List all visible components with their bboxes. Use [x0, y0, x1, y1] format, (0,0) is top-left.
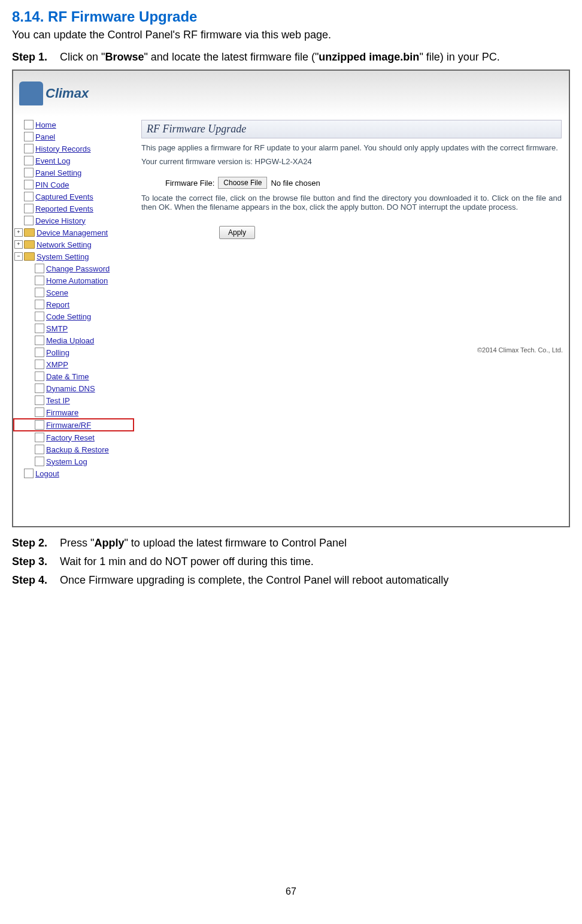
section-title: 8.14. RF Firmware Upgrade	[12, 8, 570, 25]
nav-label: History Records	[35, 144, 90, 153]
step-1: Step 1. Click on "Browse" and locate the…	[12, 51, 570, 64]
main-panel: RF Firmware Upgrade This page applies a …	[134, 116, 569, 482]
nav-event-log[interactable]: Event Log	[14, 155, 134, 167]
nav-label: Backup & Restore	[46, 445, 109, 454]
content-area: Home Panel History Records Event Log Pan…	[13, 116, 569, 482]
nav-panel[interactable]: Panel	[14, 131, 134, 143]
nav-label: Event Log	[35, 156, 71, 165]
nav-firmware[interactable]: Firmware	[14, 406, 134, 418]
step-text: Wait for 1 min and do NOT power off duri…	[60, 555, 570, 568]
nav-label: Device Management	[37, 228, 108, 237]
nav-device-history[interactable]: Device History	[14, 215, 134, 227]
logo-icon	[19, 81, 43, 105]
step-label: Step 4.	[12, 574, 60, 587]
nav-report[interactable]: Report	[14, 298, 134, 310]
nav-panel-setting[interactable]: Panel Setting	[14, 167, 134, 179]
text: " to upload the latest firmware to Contr…	[124, 537, 347, 549]
nav-label: Firmware	[46, 408, 78, 417]
nav-dynamic-dns[interactable]: Dynamic DNS	[14, 382, 134, 394]
expand-icon[interactable]: +	[14, 240, 23, 249]
logo-text: Climax	[46, 86, 89, 101]
nav-label: SMTP	[46, 324, 68, 333]
step-3: Step 3. Wait for 1 min and do NOT power …	[12, 555, 570, 568]
nav-label: Change Password	[46, 264, 110, 273]
folder-icon	[24, 252, 35, 261]
copyright: ©2014 Climax Tech. Co., Ltd.	[477, 346, 563, 354]
nav-factory-reset[interactable]: Factory Reset	[14, 431, 134, 443]
nav-smtp[interactable]: SMTP	[14, 322, 134, 334]
step-label: Step 3.	[12, 555, 60, 568]
nav-label: Dynamic DNS	[46, 384, 95, 393]
nav-label: Network Setting	[37, 240, 92, 249]
nav-change-password[interactable]: Change Password	[14, 262, 134, 274]
screenshot-container: Climax Home Panel History Records Event …	[12, 70, 570, 527]
apply-button[interactable]: Apply	[219, 226, 255, 239]
step-label: Step 1.	[12, 51, 60, 64]
nav-tree: Home Panel History Records Event Log Pan…	[13, 116, 134, 482]
step-2: Step 2. Press "Apply" to upload the late…	[12, 537, 570, 549]
nav-home[interactable]: Home	[14, 119, 134, 131]
browse-word: Browse	[105, 51, 144, 63]
nav-label: XMPP	[46, 360, 68, 369]
nav-label: Test IP	[46, 396, 70, 405]
expand-icon[interactable]: +	[14, 228, 23, 237]
logo-area: Climax	[13, 71, 569, 116]
nav-label: Reported Events	[35, 204, 93, 213]
step-text: Click on "Browse" and locate the latest …	[60, 51, 570, 64]
nav-label: Panel Setting	[35, 168, 81, 177]
step-label: Step 2.	[12, 537, 60, 549]
file-row: Firmware File: Choose File No file chose…	[165, 177, 562, 189]
nav-pin-code[interactable]: PIN Code	[14, 179, 134, 191]
nav-label: Panel	[35, 132, 55, 141]
nav-label: PIN Code	[35, 180, 69, 189]
nav-device-management[interactable]: +Device Management	[14, 227, 134, 238]
nav-code-setting[interactable]: Code Setting	[14, 310, 134, 322]
nav-label: Firmware/RF	[46, 421, 91, 430]
nav-label: Report	[46, 300, 69, 309]
nav-system-setting[interactable]: −System Setting	[14, 250, 134, 262]
intro-text: You can update the Control Panel's RF fi…	[12, 29, 570, 41]
collapse-icon[interactable]: −	[14, 252, 23, 261]
nav-system-log[interactable]: System Log	[14, 455, 134, 467]
description-2: To locate the correct file, click on the…	[141, 194, 562, 212]
step-text: Press "Apply" to upload the latest firmw…	[60, 537, 570, 549]
text: Press "	[60, 537, 94, 549]
nav-logout[interactable]: Logout	[14, 467, 134, 479]
nav-captured-events[interactable]: Captured Events	[14, 191, 134, 203]
nav-reported-events[interactable]: Reported Events	[14, 203, 134, 215]
nav-date-time[interactable]: Date & Time	[14, 370, 134, 382]
text: " and locate the latest firmware file ("	[144, 51, 319, 63]
no-file-text: No file chosen	[271, 179, 320, 188]
firmware-version: Your current firmware version is: HPGW-L…	[141, 157, 562, 166]
nav-test-ip[interactable]: Test IP	[14, 394, 134, 406]
step-4: Step 4. Once Firmware upgrading is compl…	[12, 574, 570, 587]
nav-label: Device History	[35, 216, 86, 225]
nav-backup-restore[interactable]: Backup & Restore	[14, 443, 134, 455]
text: Click on "	[60, 51, 105, 63]
nav-label: Home	[35, 120, 56, 129]
nav-history-records[interactable]: History Records	[14, 143, 134, 155]
page-title: RF Firmware Upgrade	[141, 120, 562, 138]
nav-scene[interactable]: Scene	[14, 286, 134, 298]
nav-label: Polling	[46, 348, 69, 357]
file-label: Firmware File:	[165, 179, 214, 188]
step-text: Once Firmware upgrading is complete, the…	[60, 574, 570, 587]
folder-icon	[24, 240, 35, 249]
choose-file-button[interactable]: Choose File	[218, 177, 267, 189]
nav-home-automation[interactable]: Home Automation	[14, 274, 134, 286]
filename-word: unzipped image.bin	[319, 51, 419, 63]
nav-label: Captured Events	[35, 192, 93, 201]
nav-media-upload[interactable]: Media Upload	[14, 334, 134, 346]
page-number: 67	[12, 886, 570, 897]
nav-xmpp[interactable]: XMPP	[14, 358, 134, 370]
nav-label: Home Automation	[46, 276, 108, 285]
nav-label: Factory Reset	[46, 433, 95, 442]
apply-word: Apply	[94, 537, 124, 549]
folder-icon	[24, 228, 35, 237]
nav-network-setting[interactable]: +Network Setting	[14, 238, 134, 250]
nav-label: Logout	[35, 469, 59, 478]
nav-polling[interactable]: Polling	[14, 346, 134, 358]
nav-label: Code Setting	[46, 312, 91, 321]
text: " file) in your PC.	[419, 51, 499, 63]
nav-firmware-rf[interactable]: Firmware/RF	[13, 418, 134, 431]
